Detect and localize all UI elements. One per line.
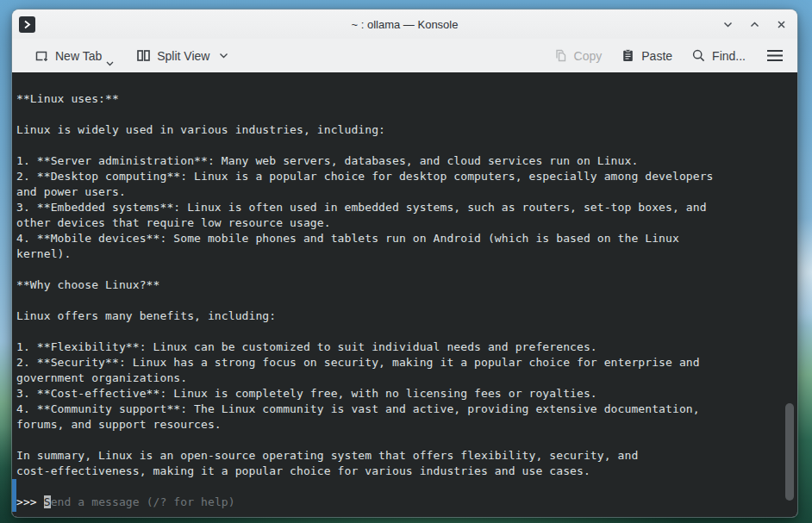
split-view-icon: [136, 48, 151, 63]
terminal-line: 3. **Embedded systems**: Linux is often …: [16, 200, 789, 215]
copy-icon: [553, 48, 568, 63]
prompt-line[interactable]: >>> Send a message (/? for help): [16, 495, 789, 510]
toolbar: New Tab Split View: [12, 39, 797, 72]
konsole-window: ~ : ollama — Konsole: [12, 9, 797, 517]
window-title: ~ : ollama — Konsole: [12, 18, 797, 31]
copy-button[interactable]: Copy: [548, 44, 608, 67]
terminal-line: and power users.: [16, 184, 789, 200]
paste-button[interactable]: Paste: [615, 44, 678, 67]
minimize-button[interactable]: [721, 18, 734, 30]
new-tab-caret-icon: [106, 61, 114, 66]
paste-icon: [621, 48, 635, 63]
new-tab-label: New Tab: [55, 50, 102, 62]
terminal-line: 4. **Mobile devices**: Some mobile phone…: [16, 231, 789, 246]
terminal-output[interactable]: **Linux uses:** Linux is widely used in …: [12, 72, 797, 517]
titlebar[interactable]: ~ : ollama — Konsole: [12, 9, 797, 39]
terminal-line: [16, 262, 789, 277]
terminal-line: [16, 433, 789, 448]
window-controls: [721, 18, 787, 30]
split-view-label: Split View: [157, 50, 209, 62]
terminal-line: 1. **Server administration**: Many web s…: [16, 153, 789, 169]
terminal-line: other devices that require low resource …: [16, 215, 789, 231]
terminal-line: [16, 479, 789, 495]
terminal-line: 2. **Desktop computing**: Linux is a pop…: [16, 169, 789, 184]
new-tab-button[interactable]: New Tab: [29, 44, 119, 67]
prompt-chevron-icon: [22, 19, 33, 30]
terminal-line: cost-effectiveness, making it a popular …: [16, 464, 789, 479]
scrollbar-thumb[interactable]: [785, 403, 794, 501]
terminal-line: 1. **Flexibility**: Linux can be customi…: [16, 339, 789, 355]
terminal-line: Linux is widely used in various industri…: [16, 122, 789, 138]
konsole-app-icon[interactable]: [19, 16, 35, 33]
prompt-symbol: >>>: [16, 495, 44, 508]
find-button[interactable]: Find...: [686, 44, 751, 67]
new-output-indicator: [12, 479, 16, 512]
terminal-line: [16, 324, 789, 339]
chevron-down-icon: [722, 19, 734, 30]
paste-label: Paste: [641, 50, 672, 62]
terminal-line: kernel).: [16, 246, 789, 262]
maximize-button[interactable]: [748, 18, 760, 30]
terminal-line: 4. **Community support**: The Linux comm…: [16, 402, 789, 417]
terminal-line: 2. **Security**: Linux has a strong focu…: [16, 355, 789, 370]
close-button[interactable]: [775, 18, 787, 30]
terminal-line: government organizations.: [16, 370, 789, 386]
block-cursor: S: [44, 495, 51, 508]
chevron-up-icon: [749, 19, 760, 30]
split-view-button[interactable]: Split View: [131, 44, 234, 67]
terminal-text: **Linux uses:** Linux is widely used in …: [12, 72, 797, 510]
hamburger-menu-button[interactable]: [759, 45, 789, 66]
terminal-line: [16, 138, 789, 153]
desktop: ~ : ollama — Konsole: [0, 0, 812, 523]
prompt-placeholder: end a message (/? for help): [51, 495, 235, 508]
find-label: Find...: [712, 50, 746, 62]
terminal-line: forums, and support resources.: [16, 417, 789, 433]
hamburger-icon: [766, 49, 784, 62]
new-tab-icon: [34, 48, 49, 63]
copy-label: Copy: [574, 50, 603, 62]
terminal-line: [16, 107, 789, 122]
terminal-line: **Linux uses:**: [16, 91, 789, 107]
terminal-line: [16, 293, 789, 308]
terminal-line: Linux offers many benefits, including:: [16, 308, 789, 324]
terminal-line: **Why choose Linux?**: [16, 277, 789, 293]
split-view-caret-icon: [219, 53, 228, 59]
terminal-line: In summary, Linux is an open-source oper…: [16, 448, 789, 464]
terminal-line: 3. **Cost-effective**: Linux is complete…: [16, 386, 789, 402]
search-icon: [691, 48, 706, 63]
toolbar-right-group: Copy Paste Find...: [548, 44, 789, 67]
close-icon: [776, 19, 787, 30]
